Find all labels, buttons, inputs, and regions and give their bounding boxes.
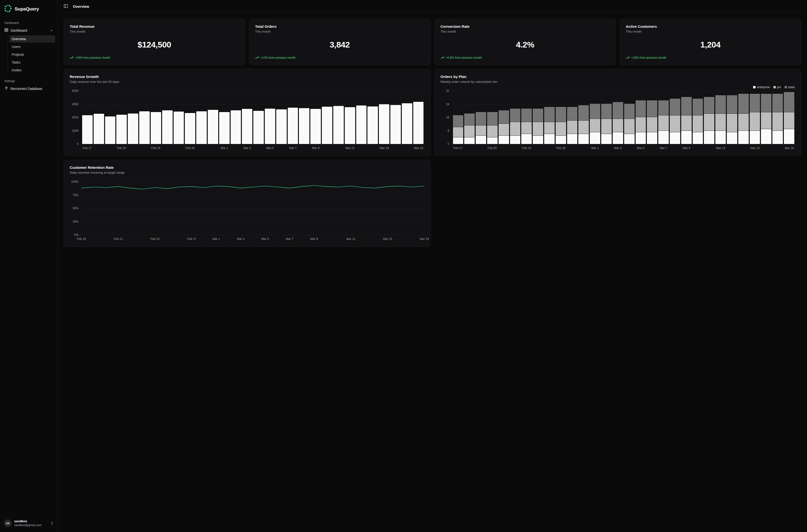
chart-segment-basic bbox=[647, 100, 657, 117]
chart-bar bbox=[242, 109, 252, 144]
x-tick-label: Feb 26 bbox=[185, 146, 195, 150]
chart-stack bbox=[647, 91, 657, 144]
stat-card-active-customers: Active Customers This month 1,204 +18% f… bbox=[620, 19, 801, 65]
x-tick-label: Mar 18 bbox=[420, 237, 429, 241]
chart-bar bbox=[276, 109, 287, 144]
sidebar-section-dashboard: Dashboard bbox=[2, 19, 55, 26]
chart-stack bbox=[521, 91, 532, 144]
chart-segment-enterprise bbox=[453, 137, 463, 144]
stat-period: This month bbox=[626, 30, 795, 33]
chart-segment-enterprise bbox=[704, 131, 714, 144]
reconnect-database-button[interactable]: Reconnect Database bbox=[2, 84, 55, 93]
charts-row-2: Customer Retention Rate Daily retention … bbox=[63, 160, 801, 247]
y-tick-label: 100% bbox=[71, 180, 78, 184]
chart-segment-pro bbox=[670, 115, 680, 132]
stat-trend-text: +0.8% from previous month bbox=[446, 56, 482, 59]
chart-stack bbox=[670, 91, 680, 144]
chart-segment-pro bbox=[476, 126, 486, 135]
chart-segment-enterprise bbox=[670, 132, 680, 144]
y-axis: 60004500300015000 bbox=[70, 91, 81, 144]
stat-value: 3,842 bbox=[255, 37, 424, 53]
stat-title: Active Customers bbox=[626, 24, 795, 28]
y-tick-label: 50% bbox=[73, 207, 78, 210]
x-tick-label: Feb 21 bbox=[114, 237, 123, 241]
stat-title: Total Orders bbox=[255, 24, 424, 28]
chart-legend: enterpriseprobasic bbox=[753, 86, 795, 89]
chart-segment-pro bbox=[510, 122, 520, 135]
y-tick-label: 1500 bbox=[72, 129, 78, 133]
chart-bar bbox=[299, 108, 309, 144]
nav-group-dashboard[interactable]: Dashboard bbox=[2, 26, 55, 35]
chart-bar bbox=[105, 116, 115, 144]
x-tick-label: Mar 1 bbox=[221, 146, 228, 150]
x-tick-label: Mar 7 bbox=[660, 146, 667, 150]
chart-stack bbox=[499, 91, 509, 144]
sidebar-item-invites[interactable]: Invites bbox=[9, 66, 55, 74]
y-axis: 100%75%50%25%0% bbox=[70, 182, 81, 235]
legend-item: enterprise bbox=[753, 86, 770, 89]
chart-segment-pro bbox=[533, 122, 543, 135]
chart-segment-pro bbox=[647, 117, 657, 132]
stat-card-conversion-rate: Conversion Rate This month 4.2% +0.8% fr… bbox=[435, 19, 616, 65]
chart-segment-pro bbox=[624, 119, 635, 134]
sidebar-item-users[interactable]: Users bbox=[9, 43, 55, 51]
x-tick-label: Mar 9 bbox=[312, 146, 319, 150]
axis-spacer bbox=[441, 144, 452, 150]
chart-segment-basic bbox=[521, 109, 532, 122]
chart-segment-pro bbox=[521, 122, 532, 134]
chart-plot: enterpriseprobasic bbox=[452, 91, 795, 144]
y-tick-label: 0% bbox=[74, 233, 78, 236]
x-tick-label: Mar 15 bbox=[380, 146, 389, 150]
chart-stack bbox=[681, 91, 692, 144]
chart-segment-enterprise bbox=[658, 131, 669, 144]
stat-trend: +18% from previous month bbox=[626, 56, 795, 59]
sidebar-item-projects[interactable]: Projects bbox=[9, 51, 55, 58]
chart-bar bbox=[379, 104, 389, 144]
reconnect-database-label: Reconnect Database bbox=[11, 87, 42, 91]
y-axis: 32241680 bbox=[441, 91, 452, 144]
chart-segment-basic bbox=[556, 107, 566, 122]
chart-bar bbox=[356, 106, 367, 144]
sidebar-item-tasks[interactable]: Tasks bbox=[9, 59, 55, 66]
chart-segment-pro bbox=[750, 112, 760, 131]
chart-segment-enterprise bbox=[590, 132, 600, 144]
legend-swatch bbox=[773, 86, 776, 89]
chart-segment-basic bbox=[681, 97, 692, 115]
chart-stack bbox=[601, 91, 612, 144]
chart-segment-enterprise bbox=[499, 136, 509, 144]
chart-segment-basic bbox=[578, 105, 589, 120]
chart-segment-basic bbox=[453, 115, 463, 127]
x-tick-label: Mar 9 bbox=[683, 146, 690, 150]
retention-line bbox=[81, 182, 424, 235]
x-tick-label: Feb 23 bbox=[151, 146, 160, 150]
user-menu[interactable]: SA sandbox sandbox@gmail.com bbox=[2, 517, 55, 529]
x-tick-label: Feb 23 bbox=[522, 146, 531, 150]
chart-segment-pro bbox=[727, 114, 737, 132]
chart-segment-basic bbox=[750, 94, 760, 112]
chart-segment-pro bbox=[658, 115, 669, 130]
chart-stack bbox=[750, 91, 760, 144]
chart-segment-basic bbox=[658, 100, 669, 115]
x-tick-label: Mar 1 bbox=[212, 237, 220, 241]
avatar: SA bbox=[4, 519, 12, 527]
x-tick-label: Mar 3 bbox=[614, 146, 622, 150]
sidebar-item-overview[interactable]: Overview bbox=[9, 35, 55, 43]
stat-value: 1,204 bbox=[626, 37, 795, 53]
y-tick-label: 25% bbox=[73, 220, 78, 223]
chart-stack bbox=[533, 91, 543, 144]
stat-period: This month bbox=[255, 30, 424, 33]
chart-bar bbox=[322, 107, 332, 144]
chart-segment-pro bbox=[784, 112, 794, 129]
chart-segment-enterprise bbox=[693, 132, 703, 144]
chart-bar bbox=[413, 102, 424, 144]
y-tick-label: 16 bbox=[446, 116, 449, 119]
chart-segment-enterprise bbox=[636, 132, 646, 144]
chart-bar bbox=[173, 112, 184, 144]
chart-bar bbox=[116, 115, 127, 144]
chart-segment-enterprise bbox=[647, 132, 657, 144]
chart-bar bbox=[82, 115, 93, 144]
x-axis: Feb 18Feb 21Feb 24Feb 27Mar 1Mar 3Mar 5M… bbox=[81, 235, 424, 241]
chart-segment-enterprise bbox=[613, 132, 623, 144]
user-name: sandbox bbox=[14, 519, 41, 523]
sidebar-toggle-button[interactable] bbox=[62, 3, 70, 10]
